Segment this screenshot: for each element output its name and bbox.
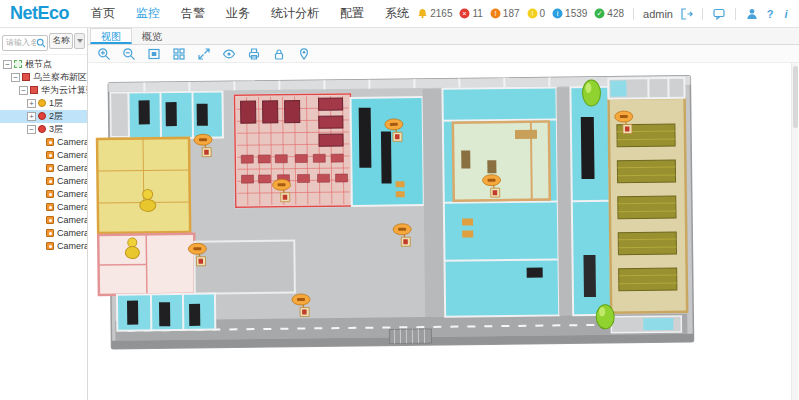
critical-alarm-icon[interactable]: ×11 — [459, 8, 482, 19]
tab-1[interactable]: 概览 — [132, 28, 172, 44]
green-figure — [596, 305, 614, 329]
main-area: 视图概览 — [88, 28, 799, 400]
tree-node-Camera3[interactable]: Camera3 — [0, 162, 87, 175]
room-yellow — [97, 138, 190, 233]
stairs — [389, 329, 431, 344]
tree-node-label: Camera5 — [57, 189, 87, 199]
nav-item-6[interactable]: 系统 — [385, 5, 409, 22]
divider — [735, 8, 736, 20]
tree-node-Camera5[interactable]: Camera5 — [0, 188, 87, 201]
camera-icon — [46, 242, 54, 250]
tree-toggle-icon[interactable]: − — [11, 73, 20, 82]
floor-red-icon — [38, 112, 46, 120]
nav-item-4[interactable]: 统计分析 — [271, 5, 319, 22]
warning-alarm-icon[interactable]: i1539 — [552, 8, 587, 19]
camera-icon — [46, 216, 54, 224]
svg-text:×: × — [463, 9, 467, 18]
tree-toggle-icon[interactable]: − — [27, 125, 36, 134]
tab-0[interactable]: 视图 — [90, 28, 132, 44]
room-olive-batteries — [609, 98, 688, 313]
locate-icon[interactable] — [297, 47, 311, 61]
tree-toggle-icon[interactable]: − — [3, 60, 12, 69]
tree-node-label: Camera8 — [57, 228, 87, 238]
tree-node-Camera1[interactable]: Camera1 — [0, 136, 87, 149]
tree-node-label: 乌兰察布新区云计算 — [33, 71, 87, 84]
help-icon[interactable]: ? — [765, 8, 775, 20]
tree-node-label: Camera6 — [57, 202, 87, 212]
chevron-down-icon[interactable] — [74, 33, 85, 49]
svg-text:!: ! — [531, 9, 533, 18]
floorplan-canvas[interactable] — [88, 63, 799, 400]
tree-toggle-icon[interactable]: + — [27, 99, 36, 108]
tree-node-label: 1层 — [49, 97, 63, 110]
tree-node-1层[interactable]: +1层 — [0, 97, 87, 110]
major-alarm-icon[interactable]: !187 — [490, 8, 520, 19]
filter-dropdown[interactable]: 名称 — [49, 33, 73, 49]
camera-icon — [46, 164, 54, 172]
tree-node-Camera9[interactable]: Camera9 — [0, 240, 87, 253]
tree-node-label: Camera9 — [57, 241, 87, 251]
lock-icon[interactable] — [272, 47, 286, 61]
logout-icon[interactable] — [679, 7, 693, 21]
nav-item-0[interactable]: 首页 — [91, 5, 115, 22]
fit-view-icon[interactable] — [147, 47, 161, 61]
sidebar: 名称 −根节点−乌兰察布新区云计算−华为云计算数据中心+1层+2层−3层Came… — [0, 28, 88, 400]
tree-node-Camera4[interactable]: Camera4 — [0, 175, 87, 188]
nav-item-5[interactable]: 配置 — [340, 5, 364, 22]
tree-node-乌兰察布新区云计算[interactable]: −乌兰察布新区云计算 — [0, 71, 87, 84]
tree-node-华为云计算数据中心[interactable]: −华为云计算数据中心 — [0, 84, 87, 97]
alarm-lamp-icon[interactable]: 2165 — [417, 8, 452, 19]
info-icon[interactable]: i — [781, 8, 791, 20]
header-right: 2165×11!187!0i1539✓428 admin ? i — [417, 7, 791, 21]
tab-strip: 视图概览 — [88, 28, 799, 45]
grid-icon[interactable] — [172, 47, 186, 61]
fullscreen-icon[interactable] — [197, 47, 211, 61]
scrollbar-thumb[interactable] — [793, 66, 798, 128]
tree-node-Camera6[interactable]: Camera6 — [0, 201, 87, 214]
user-icon[interactable] — [745, 7, 759, 21]
minor-alarm-icon[interactable]: !0 — [527, 8, 546, 19]
zoom-in-icon[interactable] — [97, 47, 111, 61]
tree-node-label: Camera3 — [57, 163, 87, 173]
floorplan-3d-view[interactable] — [94, 69, 757, 366]
tree-node-Camera2[interactable]: Camera2 — [0, 149, 87, 162]
search-icon[interactable] — [36, 34, 46, 44]
nav-item-3[interactable]: 业务 — [226, 5, 250, 22]
print-icon[interactable] — [247, 47, 261, 61]
root-icon — [14, 60, 22, 68]
tree-node-label: Camera1 — [57, 137, 87, 147]
tree-node-label: 华为云计算数据中心 — [41, 84, 87, 97]
view-icon[interactable] — [222, 47, 236, 61]
tree-node-Camera7[interactable]: Camera7 — [0, 214, 87, 227]
alarm-summary: 2165×11!187!0i1539✓428 — [417, 8, 624, 19]
view-toolbar — [88, 45, 799, 63]
floor-yellow-icon — [38, 99, 46, 107]
normal-alarm-icon[interactable]: ✓428 — [594, 8, 624, 19]
tree-node-label: Camera7 — [57, 215, 87, 225]
green-figure — [582, 80, 600, 106]
nav-item-1[interactable]: 监控 — [136, 5, 160, 22]
tree-toggle-icon[interactable]: + — [27, 112, 36, 121]
divider — [633, 8, 634, 20]
tree-node-3层[interactable]: −3层 — [0, 123, 87, 136]
tree-node-2层[interactable]: +2层 — [0, 110, 87, 123]
username-label: admin — [643, 8, 673, 20]
tree-node-根节点[interactable]: −根节点 — [0, 58, 87, 71]
svg-text:✓: ✓ — [597, 9, 603, 18]
nav-item-2[interactable]: 告警 — [181, 5, 205, 22]
camera-icon — [46, 229, 54, 237]
room-cyan-center — [351, 97, 424, 206]
tree-toggle-icon[interactable]: − — [19, 86, 28, 95]
neteco-app: NetEco 首页监控告警业务统计分析配置系统 2165×11!187!0i15… — [0, 0, 799, 400]
camera-icon — [46, 203, 54, 211]
dc-icon — [30, 86, 38, 94]
floorplan-svg — [94, 69, 757, 362]
tree-node-Camera8[interactable]: Camera8 — [0, 227, 87, 240]
person-figure — [143, 189, 153, 199]
chat-icon[interactable] — [712, 7, 726, 21]
tree-node-label: 根节点 — [25, 58, 52, 71]
zoom-out-icon[interactable] — [122, 47, 136, 61]
camera-icon — [46, 177, 54, 185]
svg-text:!: ! — [494, 9, 496, 18]
vertical-scrollbar[interactable] — [791, 63, 798, 400]
